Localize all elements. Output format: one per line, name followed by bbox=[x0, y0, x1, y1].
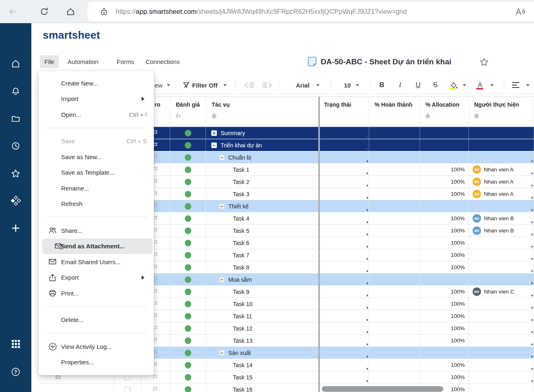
status-cell[interactable] bbox=[319, 164, 369, 175]
rating-cell[interactable] bbox=[170, 274, 206, 285]
menu-item-print[interactable]: Print... bbox=[39, 285, 154, 301]
menubar-automation[interactable]: Automation bbox=[63, 55, 103, 68]
assignee-cell[interactable]: NVNhan vien A bbox=[469, 188, 534, 200]
rating-cell[interactable] bbox=[170, 200, 206, 212]
text-color-button[interactable]: A bbox=[478, 77, 482, 94]
header-allocation-column[interactable]: % Allocation bbox=[420, 97, 469, 127]
font-family-select[interactable]: Arial bbox=[296, 77, 309, 94]
assignee-cell[interactable] bbox=[469, 274, 534, 285]
complete-cell[interactable] bbox=[369, 164, 420, 175]
assignee-cell[interactable]: NVNhan vien A bbox=[469, 164, 534, 175]
row-checkbox[interactable] bbox=[125, 387, 130, 392]
complete-cell[interactable] bbox=[369, 200, 420, 212]
collapse-toggle-icon[interactable]: − bbox=[219, 277, 225, 283]
create-plus-icon[interactable] bbox=[0, 221, 31, 235]
complete-cell[interactable] bbox=[369, 359, 420, 371]
rating-cell[interactable] bbox=[170, 310, 206, 322]
task-cell[interactable]: Task 5 bbox=[206, 225, 319, 237]
menu-item-open[interactable]: Open...Ctrl + / bbox=[39, 107, 154, 123]
url-text[interactable]: https://app.smartsheet.com/sheets/j4JWr8… bbox=[116, 0, 407, 23]
menu-item-refresh[interactable]: Refresh bbox=[39, 196, 154, 212]
complete-cell[interactable] bbox=[369, 176, 420, 188]
menu-item-export[interactable]: Export bbox=[39, 270, 154, 286]
header-rating-column[interactable]: Đánh giá ƒx bbox=[170, 97, 206, 127]
assignee-cell[interactable]: NVNhan vien B bbox=[469, 225, 534, 237]
rating-cell[interactable] bbox=[170, 225, 206, 237]
allocation-cell[interactable]: 100% bbox=[420, 310, 469, 322]
header-task-column[interactable]: Tác vụ bbox=[206, 97, 319, 127]
rating-cell[interactable] bbox=[170, 176, 206, 188]
rating-cell[interactable] bbox=[170, 139, 206, 151]
allocation-cell[interactable]: 100% bbox=[420, 225, 469, 237]
recents-clock-icon[interactable] bbox=[0, 139, 31, 153]
status-cell[interactable] bbox=[319, 176, 369, 188]
task-cell[interactable]: Task 7 bbox=[206, 249, 319, 261]
browser-back-icon[interactable] bbox=[7, 0, 19, 23]
task-cell[interactable]: Task 12 bbox=[206, 322, 319, 334]
complete-cell[interactable] bbox=[369, 151, 420, 163]
view-selector-caret-icon[interactable] bbox=[167, 77, 170, 94]
status-cell[interactable] bbox=[319, 286, 369, 298]
menu-item-view-activity-log[interactable]: View Activity Log... bbox=[39, 339, 154, 355]
allocation-cell[interactable]: 100% bbox=[420, 176, 469, 188]
collapse-toggle-icon[interactable]: − bbox=[219, 350, 225, 356]
allocation-cell[interactable]: 100% bbox=[420, 286, 469, 298]
indent-icon[interactable] bbox=[262, 77, 272, 94]
rating-cell[interactable] bbox=[170, 347, 206, 359]
complete-cell[interactable] bbox=[369, 371, 420, 383]
rating-cell[interactable] bbox=[170, 237, 206, 249]
menu-item-save[interactable]: SaveCtrl + S bbox=[39, 134, 154, 149]
help-icon[interactable]: ? bbox=[0, 365, 31, 379]
collapse-toggle-icon[interactable]: − bbox=[219, 204, 225, 209]
assignee-cell[interactable] bbox=[469, 298, 534, 310]
task-cell[interactable]: Task 3 bbox=[206, 188, 319, 200]
complete-cell[interactable] bbox=[369, 139, 420, 151]
font-size-caret-icon[interactable] bbox=[356, 77, 359, 94]
task-cell[interactable]: Task 2 bbox=[206, 176, 319, 188]
complete-cell[interactable] bbox=[369, 237, 420, 249]
allocation-cell[interactable] bbox=[420, 151, 469, 163]
header-status-column[interactable]: Trạng thái bbox=[319, 97, 369, 127]
status-cell[interactable] bbox=[319, 322, 369, 334]
status-cell[interactable] bbox=[319, 371, 369, 383]
status-cell[interactable] bbox=[319, 139, 369, 151]
status-cell[interactable] bbox=[319, 298, 369, 310]
row-select-cell[interactable] bbox=[114, 383, 141, 392]
task-cell[interactable]: Task 14 bbox=[206, 359, 319, 371]
task-cell[interactable]: −Mua sắm bbox=[206, 274, 319, 285]
filter-caret-icon[interactable] bbox=[223, 77, 227, 94]
status-cell[interactable] bbox=[319, 335, 369, 346]
status-cell[interactable] bbox=[319, 347, 369, 359]
menu-item-share[interactable]: Share... bbox=[39, 223, 154, 239]
task-cell[interactable]: Task 8 bbox=[206, 261, 319, 273]
rating-cell[interactable] bbox=[170, 151, 206, 163]
menubar-connections[interactable]: Connections bbox=[141, 55, 184, 68]
rating-cell[interactable] bbox=[170, 164, 206, 175]
menu-item-save-as-template[interactable]: Save as Template... bbox=[39, 165, 154, 181]
menubar-forms[interactable]: Forms bbox=[112, 55, 139, 68]
allocation-cell[interactable]: 100% bbox=[420, 335, 469, 346]
favorite-star-icon[interactable] bbox=[479, 57, 489, 68]
frozen-column-divider[interactable] bbox=[318, 96, 320, 392]
assignee-cell[interactable] bbox=[469, 359, 534, 371]
underline-button[interactable]: U bbox=[416, 77, 420, 94]
assignee-cell[interactable] bbox=[469, 200, 534, 212]
fill-color-button[interactable] bbox=[450, 77, 458, 94]
menubar-file[interactable]: File bbox=[40, 55, 59, 68]
menu-item-delete[interactable]: Delete... bbox=[39, 312, 154, 328]
assignee-cell[interactable] bbox=[469, 127, 534, 139]
complete-cell[interactable] bbox=[369, 274, 420, 285]
status-cell[interactable] bbox=[319, 151, 369, 163]
status-cell[interactable] bbox=[319, 274, 369, 285]
assignee-cell[interactable]: NVNhan vien B bbox=[469, 212, 534, 224]
allocation-cell[interactable]: 100% bbox=[420, 322, 469, 334]
assignee-cell[interactable] bbox=[469, 310, 534, 322]
browse-folder-icon[interactable] bbox=[0, 112, 31, 125]
home-icon[interactable] bbox=[0, 57, 31, 70]
allocation-cell[interactable]: 100% bbox=[420, 249, 469, 261]
notifications-bell-icon[interactable] bbox=[0, 84, 31, 98]
assignee-cell[interactable] bbox=[469, 139, 534, 151]
assignee-cell[interactable]: NVNhan vien A bbox=[469, 176, 534, 188]
assignee-cell[interactable] bbox=[469, 261, 534, 273]
menu-item-create-new[interactable]: Create New... bbox=[39, 75, 154, 91]
